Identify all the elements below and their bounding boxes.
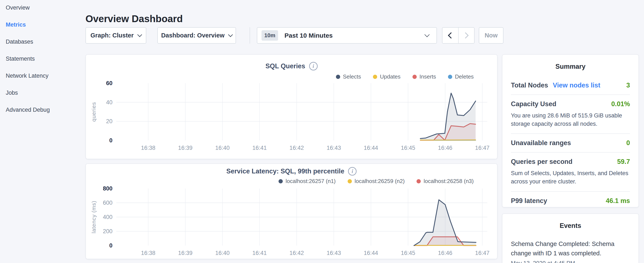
summary-panel: Summary Total Nodes View nodes list 3 Ca…	[502, 54, 639, 207]
summary-label: Total Nodes	[511, 82, 548, 89]
sql-queries-plot: 16:3816:3916:4016:4116:4216:4316:4416:45…	[86, 55, 498, 160]
time-range-label: Past 10 Minutes	[284, 32, 333, 39]
sidebar-item-databases[interactable]: Databases	[6, 39, 78, 56]
sidebar: Overview Metrics Databases Statements Ne…	[6, 5, 78, 124]
summary-value: 59.7	[617, 158, 630, 166]
summary-description: Sum of Selects, Updates, Inserts, and De…	[511, 169, 630, 186]
svg-text:16:44: 16:44	[364, 250, 378, 256]
svg-text:latency (ms): latency (ms)	[90, 201, 97, 233]
summary-row-unavailable-ranges: Unavailable ranges 0	[511, 133, 630, 152]
svg-text:16:47: 16:47	[475, 145, 490, 151]
svg-text:16:42: 16:42	[290, 145, 304, 151]
summary-row-capacity-used: Capacity Used 0.01% You are using 28.6 M…	[511, 95, 630, 133]
svg-text:16:38: 16:38	[141, 145, 156, 151]
summary-description: You are using 28.6 MiB of 515.9 GiB usab…	[511, 112, 630, 128]
svg-text:16:44: 16:44	[364, 145, 378, 151]
summary-value: 46.1 ms	[606, 197, 630, 205]
summary-label: P99 latency	[511, 197, 547, 205]
chevron-left-icon	[448, 32, 454, 39]
svg-text:0: 0	[109, 137, 112, 144]
time-pager	[442, 27, 474, 44]
svg-text:16:39: 16:39	[178, 145, 193, 151]
svg-text:800: 800	[103, 185, 112, 192]
chevron-right-icon	[462, 32, 468, 39]
summary-rows: Total Nodes View nodes list 3 Capacity U…	[511, 82, 630, 210]
chevron-down-icon	[228, 32, 233, 37]
events-title: Events	[502, 222, 638, 229]
sidebar-item-advanced-debug[interactable]: Advanced Debug	[6, 107, 78, 124]
sidebar-item-network-latency[interactable]: Network Latency	[6, 73, 78, 90]
summary-value: 0.01%	[611, 100, 630, 108]
summary-row-total-nodes: Total Nodes View nodes list 3	[511, 82, 630, 95]
svg-text:20: 20	[106, 118, 112, 124]
summary-value: 3	[626, 82, 630, 89]
now-button[interactable]: Now	[479, 27, 504, 44]
svg-text:queries: queries	[90, 102, 97, 122]
time-range-badge: 10m	[262, 30, 278, 41]
service-latency-chart-card: Service Latency: SQL, 99th percentile i …	[86, 163, 498, 259]
svg-text:16:43: 16:43	[326, 250, 341, 256]
svg-text:600: 600	[103, 200, 112, 206]
event-text: Schema Change Completed: Schema change w…	[511, 239, 630, 258]
graph-dropdown-label: Graph: Cluster	[90, 32, 134, 39]
controls-divider	[250, 27, 250, 44]
time-forward-button[interactable]	[458, 28, 474, 43]
dashboard-dropdown[interactable]: Dashboard: Overview	[157, 27, 236, 44]
sidebar-item-jobs[interactable]: Jobs	[6, 90, 78, 107]
summary-label: Capacity Used	[511, 100, 556, 108]
app-root: Overview Metrics Databases Statements Ne…	[0, 0, 644, 263]
svg-text:16:40: 16:40	[215, 250, 230, 256]
events-panel: Events Schema Change Completed: Schema c…	[502, 213, 639, 263]
svg-text:16:46: 16:46	[438, 145, 452, 151]
summary-label: Queries per second	[511, 158, 572, 166]
svg-text:16:45: 16:45	[401, 145, 415, 151]
svg-text:16:38: 16:38	[141, 250, 156, 256]
svg-text:16:42: 16:42	[290, 250, 304, 256]
event-timestamp: May 13, 2020 at 4:45 PM	[511, 260, 630, 263]
sidebar-item-metrics[interactable]: Metrics	[6, 22, 78, 39]
sidebar-item-statements[interactable]: Statements	[6, 56, 78, 73]
page-title: Overview Dashboard	[86, 13, 183, 25]
sql-queries-chart-card: SQL Queries i Selects Updates Inserts De…	[86, 54, 498, 159]
svg-text:16:45: 16:45	[401, 250, 415, 256]
view-nodes-list-link[interactable]: View nodes list	[553, 82, 600, 89]
chevron-down-icon	[137, 32, 142, 37]
svg-text:40: 40	[106, 99, 112, 106]
event-item[interactable]: Schema Change Completed: Schema change w…	[511, 239, 630, 263]
summary-title: Summary	[502, 63, 638, 70]
svg-text:60: 60	[106, 80, 112, 86]
chevron-down-icon	[424, 32, 430, 37]
svg-text:16:47: 16:47	[475, 250, 490, 256]
service-latency-plot: 16:3816:3916:4016:4116:4216:4316:4416:45…	[86, 164, 498, 259]
svg-text:16:41: 16:41	[252, 250, 267, 256]
svg-text:0: 0	[109, 242, 112, 249]
summary-value: 0	[626, 139, 630, 147]
svg-text:16:40: 16:40	[215, 145, 230, 151]
time-range-picker[interactable]: 10m Past 10 Minutes	[257, 27, 437, 44]
svg-text:400: 400	[103, 214, 112, 220]
svg-text:16:39: 16:39	[178, 250, 193, 256]
graph-dropdown[interactable]: Graph: Cluster	[86, 27, 146, 44]
summary-label: Unavailable ranges	[511, 139, 571, 147]
sidebar-item-overview[interactable]: Overview	[6, 5, 78, 22]
svg-text:16:41: 16:41	[252, 145, 267, 151]
time-back-button[interactable]	[442, 28, 458, 43]
svg-text:16:43: 16:43	[326, 145, 341, 151]
dashboard-dropdown-label: Dashboard: Overview	[161, 32, 224, 39]
svg-text:200: 200	[103, 228, 112, 234]
svg-text:16:46: 16:46	[438, 250, 452, 256]
summary-row-p99-latency: P99 latency 46.1 ms	[511, 191, 630, 210]
summary-row-queries-per-second: Queries per second 59.7 Sum of Selects, …	[511, 152, 630, 191]
